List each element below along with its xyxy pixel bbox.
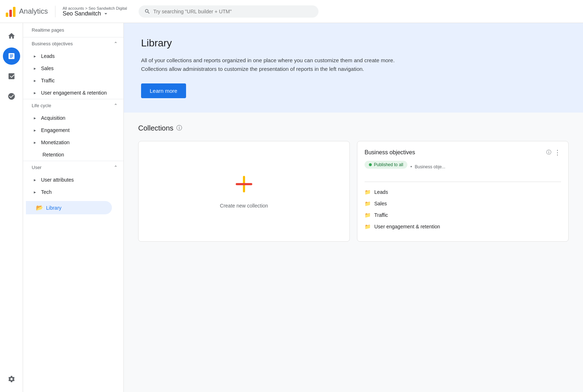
library-description: All of your collections and reports orga… bbox=[141, 56, 415, 73]
section-header-life-cycle[interactable]: Life cycle ⌃ bbox=[23, 99, 123, 112]
folder-icon: 📁 bbox=[365, 224, 371, 229]
bo-subtitle-text: Business obje... bbox=[415, 164, 446, 169]
home-icon bbox=[8, 32, 15, 40]
left-nav: Realtime pages Business objectives ⌃ ► L… bbox=[23, 23, 124, 392]
create-collection-card[interactable]: Create new collection bbox=[138, 141, 350, 242]
collapse-icon: ⌃ bbox=[114, 41, 118, 46]
collections-grid: Create new collection Business objective… bbox=[138, 141, 569, 242]
chevron-right-icon: ► bbox=[33, 54, 37, 58]
collections-info-icon[interactable]: ⓘ bbox=[176, 124, 182, 132]
nav-item-tech[interactable]: ► Tech bbox=[23, 186, 123, 198]
folder-open-icon: 📂 bbox=[36, 204, 43, 211]
bo-more-icon[interactable]: ⋮ bbox=[554, 149, 561, 156]
list-item[interactable]: 📁 Traffic bbox=[365, 209, 561, 221]
list-item[interactable]: 📁 User engagement & retention bbox=[365, 221, 561, 232]
nav-item-traffic[interactable]: ► Traffic bbox=[23, 74, 123, 87]
account-selector[interactable]: All accounts > Seo Sandwitch Digital Seo… bbox=[63, 6, 127, 17]
bo-info-icon[interactable]: ⓘ bbox=[546, 149, 551, 156]
section-user: User ⌃ ► User attributes ► Tech bbox=[23, 161, 123, 198]
bo-badge-subtitle: • bbox=[410, 164, 412, 169]
chevron-right-icon: ► bbox=[33, 128, 37, 132]
breadcrumb: All accounts > Seo Sandwitch Digital bbox=[63, 6, 127, 10]
bo-card-title: Business objectives bbox=[365, 149, 415, 156]
chevron-down-icon bbox=[103, 10, 109, 17]
collections-section: Collections ⓘ Create new collection bbox=[124, 113, 583, 253]
realtime-pages-link[interactable]: Realtime pages bbox=[23, 23, 123, 37]
learn-more-button[interactable]: Learn more bbox=[141, 83, 186, 98]
account-name[interactable]: Seo Sandwitch bbox=[63, 10, 127, 17]
list-item[interactable]: 📁 Sales bbox=[365, 198, 561, 209]
app-logo: Analytics bbox=[6, 6, 48, 17]
list-item[interactable]: 📁 Leads bbox=[365, 186, 561, 198]
bo-card-header: Business objectives ⓘ ⋮ bbox=[365, 149, 561, 156]
insights-icon bbox=[8, 72, 15, 80]
nav-item-user-attributes[interactable]: ► User attributes bbox=[23, 174, 123, 186]
chevron-right-icon: ► bbox=[33, 178, 37, 182]
chevron-right-icon: ► bbox=[33, 116, 37, 120]
section-life-cycle: Life cycle ⌃ ► Acquisition ► Engagement … bbox=[23, 99, 123, 161]
header: Analytics All accounts > Seo Sandwitch D… bbox=[0, 0, 583, 23]
nav-item-acquisition[interactable]: ► Acquisition bbox=[23, 112, 123, 124]
library-title: Library bbox=[141, 37, 566, 49]
search-icon bbox=[144, 8, 150, 15]
create-collection-label: Create new collection bbox=[220, 203, 268, 209]
icon-sidebar bbox=[0, 23, 23, 392]
bo-separator bbox=[365, 182, 561, 182]
sidebar-item-reports[interactable] bbox=[3, 47, 20, 65]
nav-item-sales[interactable]: ► Sales bbox=[23, 62, 123, 74]
chevron-right-icon: ► bbox=[33, 190, 37, 194]
section-header-user[interactable]: User ⌃ bbox=[23, 161, 123, 174]
nav-item-user-engagement[interactable]: ► User engagement & retention bbox=[23, 87, 123, 99]
bo-card-actions: ⓘ ⋮ bbox=[546, 149, 561, 156]
library-hero: Library All of your collections and repo… bbox=[124, 23, 583, 113]
nav-item-monetization[interactable]: ► Monetization bbox=[23, 136, 123, 149]
nav-item-engagement[interactable]: ► Engagement bbox=[23, 124, 123, 136]
chevron-right-icon: ► bbox=[33, 67, 37, 70]
header-divider bbox=[55, 6, 55, 17]
collections-title: Collections bbox=[138, 124, 173, 132]
chevron-right-icon: ► bbox=[33, 79, 37, 83]
settings-icon bbox=[8, 375, 15, 383]
collapse-icon: ⌃ bbox=[114, 165, 118, 170]
app-layout: Realtime pages Business objectives ⌃ ► L… bbox=[0, 23, 583, 392]
collapse-icon: ⌃ bbox=[114, 103, 118, 108]
search-bar[interactable] bbox=[139, 5, 318, 18]
collections-header: Collections ⓘ bbox=[138, 124, 569, 132]
main-content: Library All of your collections and repo… bbox=[124, 23, 583, 392]
folder-icon: 📁 bbox=[365, 201, 371, 206]
nav-item-leads[interactable]: ► Leads bbox=[23, 50, 123, 62]
app-title: Analytics bbox=[19, 7, 48, 15]
folder-icon: 📁 bbox=[365, 189, 371, 195]
business-objectives-card: Business objectives ⓘ ⋮ Published to all… bbox=[357, 141, 569, 242]
advertising-icon bbox=[8, 92, 15, 100]
sidebar-item-home[interactable] bbox=[3, 27, 20, 45]
nav-item-library[interactable]: 📂 Library bbox=[26, 201, 112, 214]
folder-icon: 📁 bbox=[365, 212, 371, 218]
sidebar-item-settings[interactable] bbox=[3, 370, 20, 388]
chevron-right-icon: ► bbox=[33, 91, 37, 95]
search-input[interactable] bbox=[153, 9, 313, 14]
plus-icon bbox=[234, 174, 254, 197]
badge-dot bbox=[369, 163, 372, 166]
sidebar-item-advertising[interactable] bbox=[3, 88, 20, 105]
chevron-right-icon: ► bbox=[33, 141, 37, 145]
section-business-objectives: Business objectives ⌃ ► Leads ► Sales ► … bbox=[23, 37, 123, 99]
sidebar-item-insights[interactable] bbox=[3, 68, 20, 85]
published-badge: Published to all bbox=[365, 161, 407, 169]
section-header-business-objectives[interactable]: Business objectives ⌃ bbox=[23, 37, 123, 50]
nav-item-retention[interactable]: Retention bbox=[23, 149, 123, 161]
analytics-logo-icon bbox=[6, 6, 15, 17]
reports-icon bbox=[8, 52, 15, 60]
